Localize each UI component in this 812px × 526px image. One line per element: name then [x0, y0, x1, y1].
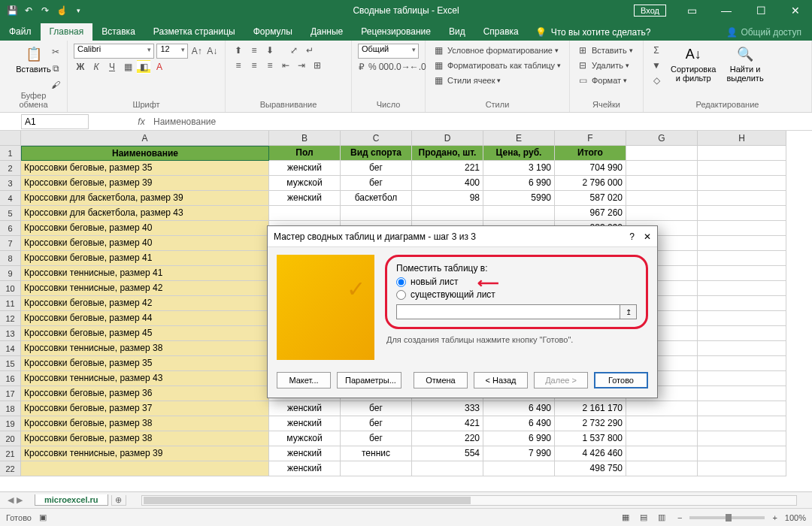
fx-icon[interactable]: fx: [134, 116, 149, 127]
tab-data[interactable]: Данные: [301, 23, 352, 41]
zoom-in-icon[interactable]: +: [772, 513, 777, 522]
close-button[interactable]: ✕: [779, 0, 812, 21]
new-sheet-button[interactable]: ⊕: [111, 495, 126, 506]
align-right-icon[interactable]: ≡: [263, 59, 277, 72]
zoom-level[interactable]: 100%: [785, 513, 806, 522]
dialog-close-icon[interactable]: ✕: [644, 231, 651, 242]
align-bottom-icon[interactable]: ⬇: [263, 44, 277, 57]
sheet-tab-bar: ◀▶ microexcel.ru ⊕: [0, 491, 812, 508]
sheet-nav-next-icon[interactable]: ▶: [17, 495, 23, 505]
format-table-button[interactable]: Форматировать как таблицу: [447, 61, 555, 70]
font-name-select[interactable]: Calibri: [74, 44, 154, 59]
qat-customize-icon[interactable]: ▾: [72, 5, 84, 17]
tab-file[interactable]: Файл: [0, 23, 41, 41]
decrease-decimal-icon[interactable]: ←.0: [411, 60, 425, 74]
name-box[interactable]: A1: [21, 114, 89, 129]
minimize-button[interactable]: —: [710, 0, 743, 21]
touch-mode-icon[interactable]: ☝: [56, 5, 68, 17]
copy-icon[interactable]: ⧉: [49, 62, 62, 75]
maximize-button[interactable]: ☐: [744, 0, 777, 21]
format-painter-icon[interactable]: 🖌: [49, 78, 62, 92]
fill-color-icon[interactable]: ◧: [137, 60, 150, 74]
align-left-icon[interactable]: ≡: [232, 59, 245, 72]
font-size-select[interactable]: 12: [156, 44, 187, 59]
decrease-indent-icon[interactable]: ⇤: [279, 59, 292, 72]
merge-icon[interactable]: ⊞: [311, 59, 324, 72]
save-icon[interactable]: 💾: [6, 5, 18, 17]
undo-icon[interactable]: ↶: [23, 5, 35, 17]
tab-formulas[interactable]: Формулы: [244, 23, 301, 41]
cond-format-button[interactable]: Условное форматирование: [447, 46, 553, 55]
formula-input[interactable]: Наименование: [149, 116, 812, 127]
horizontal-scrollbar[interactable]: [141, 495, 797, 506]
next-button[interactable]: Далее >: [534, 372, 588, 388]
dialog-titlebar[interactable]: Мастер сводных таблиц и диаграмм - шаг 3…: [268, 226, 657, 247]
zoom-slider[interactable]: [689, 516, 765, 519]
tab-page-layout[interactable]: Разметка страницы: [144, 23, 244, 41]
delete-cells-button[interactable]: Удалить: [592, 61, 623, 70]
increase-font-icon[interactable]: A↑: [190, 44, 204, 58]
redo-icon[interactable]: ↷: [39, 5, 51, 17]
font-color-icon[interactable]: A: [153, 60, 166, 74]
column-headers[interactable]: ABCDEFGH: [21, 131, 786, 146]
tab-home[interactable]: Главная: [41, 23, 93, 41]
row-headers[interactable]: 12345678910111213141516171819202122: [0, 146, 21, 476]
cut-icon[interactable]: ✂: [49, 45, 62, 59]
borders-icon[interactable]: ▦: [121, 60, 135, 74]
back-button[interactable]: < Назад: [474, 372, 528, 388]
share-button[interactable]: 👤Общий доступ: [716, 24, 812, 41]
insert-cells-icon: ⊞: [576, 44, 589, 57]
cell-styles-button[interactable]: Стили ячеек: [447, 76, 495, 85]
range-input[interactable]: [396, 304, 620, 319]
radio-existing-sheet[interactable]: существующий лист: [396, 289, 637, 300]
tell-me[interactable]: 💡Что вы хотите сделать?: [528, 24, 659, 41]
align-middle-icon[interactable]: ≡: [247, 44, 261, 57]
quick-access-toolbar: 💾 ↶ ↷ ☝ ▾: [0, 5, 84, 17]
layout-button[interactable]: Макет...: [277, 372, 331, 388]
ribbon-options-icon[interactable]: ▭: [675, 0, 708, 21]
format-cells-button[interactable]: Формат: [592, 76, 621, 85]
sign-in-button[interactable]: Вход: [634, 5, 666, 17]
params-button[interactable]: Параметры...: [337, 372, 401, 388]
orientation-icon[interactable]: ⤢: [287, 44, 301, 57]
align-center-icon[interactable]: ≡: [247, 59, 261, 72]
insert-cells-button[interactable]: Вставить: [592, 46, 627, 55]
wrap-text-icon[interactable]: ↵: [303, 44, 317, 57]
macro-record-icon[interactable]: ▣: [39, 512, 47, 522]
tab-insert[interactable]: Вставка: [92, 23, 144, 41]
italic-button[interactable]: К: [89, 60, 103, 74]
sheet-nav-prev-icon[interactable]: ◀: [8, 495, 14, 505]
align-top-icon[interactable]: ⬆: [232, 44, 245, 57]
number-format-select[interactable]: Общий: [358, 44, 419, 59]
tab-view[interactable]: Вид: [440, 23, 474, 41]
currency-icon[interactable]: ₽: [358, 60, 365, 74]
radio-new-sheet[interactable]: новый лист: [396, 277, 637, 287]
increase-indent-icon[interactable]: ⇥: [295, 59, 308, 72]
bold-button[interactable]: Ж: [74, 60, 87, 74]
tab-help[interactable]: Справка: [474, 23, 528, 41]
range-picker-icon[interactable]: ↥: [620, 304, 637, 319]
cancel-button[interactable]: Отмена: [414, 372, 468, 388]
increase-decimal-icon[interactable]: .0→: [395, 60, 409, 74]
autosum-icon[interactable]: Σ: [650, 44, 663, 57]
group-clipboard-label: Буфер обмена: [6, 89, 61, 110]
status-text: Готово: [6, 513, 32, 522]
clear-icon[interactable]: ◇: [650, 74, 663, 87]
page-layout-view-icon[interactable]: ▤: [635, 511, 652, 524]
zoom-out-icon[interactable]: −: [677, 513, 682, 522]
normal-view-icon[interactable]: ▦: [617, 511, 634, 524]
decrease-font-icon[interactable]: A↓: [205, 44, 219, 58]
comma-icon[interactable]: 000: [380, 60, 393, 74]
underline-button[interactable]: Ч: [105, 60, 119, 74]
format-cells-icon: ▭: [576, 74, 589, 87]
percent-icon[interactable]: %: [368, 60, 377, 74]
dialog-help-icon[interactable]: ?: [629, 231, 635, 242]
tab-review[interactable]: Рецензирование: [352, 23, 440, 41]
page-break-view-icon[interactable]: ▥: [653, 511, 670, 524]
finish-button[interactable]: Готово: [594, 372, 648, 388]
find-select-button[interactable]: 🔍Найти и выделить: [723, 44, 766, 84]
select-all-triangle[interactable]: [0, 131, 21, 146]
fill-icon[interactable]: ▼: [650, 59, 663, 72]
sheet-tab[interactable]: microexcel.ru: [35, 494, 108, 506]
sort-filter-button[interactable]: A↓Сортировка и фильтр: [668, 44, 719, 84]
